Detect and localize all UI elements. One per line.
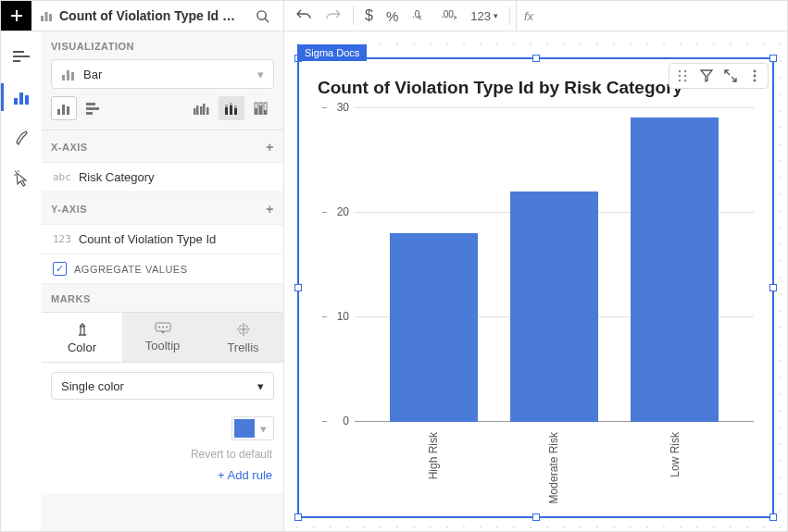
- bar-100pct-button[interactable]: [248, 96, 274, 120]
- y-tick-label: 20: [327, 205, 349, 218]
- svg-point-39: [679, 70, 681, 72]
- chart-element[interactable]: Count of Violation Type Id by Risk Categ…: [297, 57, 774, 518]
- aggregate-checkbox[interactable]: ✓: [53, 262, 67, 276]
- visualization-header: VISUALIZATION: [42, 31, 283, 59]
- svg-point-37: [162, 327, 164, 328]
- svg-point-40: [684, 70, 686, 72]
- bar[interactable]: [631, 118, 719, 422]
- type-number-icon: 123: [53, 233, 71, 245]
- svg-rect-17: [86, 112, 93, 115]
- svg-rect-23: [225, 107, 228, 115]
- bar[interactable]: [390, 233, 478, 422]
- increase-decimal-button[interactable]: .00: [435, 4, 463, 28]
- color-swatch-picker[interactable]: ▾: [231, 416, 274, 440]
- svg-rect-24: [225, 105, 228, 107]
- currency-format-button[interactable]: $: [359, 4, 379, 28]
- y-axis-field-label: Count of Violation Type Id: [79, 232, 216, 246]
- chart-icon: [39, 8, 54, 23]
- svg-rect-10: [67, 70, 69, 80]
- bar-vertical-button[interactable]: [51, 96, 77, 120]
- x-category-label: Low Risk: [669, 432, 682, 477]
- selection-handle[interactable]: [294, 513, 302, 521]
- svg-rect-2: [49, 14, 52, 21]
- expand-icon[interactable]: [719, 66, 742, 86]
- svg-rect-21: [203, 104, 206, 115]
- svg-rect-8: [25, 95, 29, 105]
- svg-rect-20: [200, 106, 203, 115]
- element-title: Count of Violation Type Id …: [59, 8, 243, 23]
- undo-button[interactable]: [290, 4, 318, 28]
- svg-rect-22: [206, 107, 209, 115]
- svg-rect-30: [255, 108, 257, 115]
- formula-input[interactable]: [539, 9, 774, 23]
- svg-rect-34: [264, 110, 267, 115]
- svg-point-43: [679, 80, 681, 81]
- formula-icon: fx: [524, 9, 533, 23]
- rail-cursor-icon[interactable]: [7, 165, 35, 192]
- svg-point-36: [158, 327, 160, 328]
- svg-rect-12: [57, 109, 60, 115]
- redo-button[interactable]: [319, 4, 347, 28]
- svg-point-38: [166, 327, 168, 328]
- tab-color[interactable]: Color: [42, 313, 122, 362]
- svg-rect-6: [14, 98, 18, 105]
- type-text-icon: abc: [53, 171, 71, 183]
- rail-paint-icon[interactable]: [7, 124, 35, 152]
- chart-type-label: Bar: [83, 68, 102, 81]
- number-format-dropdown[interactable]: 123▾: [465, 4, 504, 28]
- selection-handle[interactable]: [532, 55, 540, 62]
- bar[interactable]: [510, 192, 598, 422]
- y-tick-label: 10: [327, 310, 349, 323]
- svg-rect-25: [230, 105, 232, 115]
- selection-handle[interactable]: [769, 513, 777, 521]
- tab-trellis[interactable]: Trellis: [203, 313, 283, 362]
- bar-icon: [61, 68, 76, 80]
- bar-grouped-button[interactable]: [189, 96, 215, 120]
- svg-rect-7: [19, 93, 23, 105]
- y-tick-label: 30: [327, 101, 349, 114]
- svg-point-42: [684, 75, 686, 77]
- decrease-decimal-button[interactable]: .0: [406, 4, 433, 28]
- rail-lines-icon[interactable]: [7, 43, 35, 70]
- selection-handle[interactable]: [769, 55, 777, 62]
- add-rule-button[interactable]: + Add rule: [42, 464, 283, 493]
- x-axis-field-label: Risk Category: [79, 170, 155, 184]
- y-axis-pill[interactable]: 123 Count of Violation Type Id: [42, 224, 283, 254]
- bar-stacked-button[interactable]: [219, 96, 244, 120]
- svg-point-46: [754, 75, 757, 78]
- x-category-label: Moderate Risk: [547, 432, 560, 503]
- svg-point-3: [256, 10, 265, 19]
- drag-handle-icon[interactable]: [671, 66, 694, 86]
- tab-tooltip[interactable]: Tooltip: [122, 313, 203, 362]
- svg-rect-9: [62, 75, 65, 80]
- add-x-axis-button[interactable]: +: [266, 140, 274, 155]
- add-y-axis-button[interactable]: +: [266, 202, 274, 217]
- bar-horizontal-button[interactable]: [81, 96, 106, 120]
- element-tag[interactable]: Sigma Docs: [297, 44, 367, 61]
- svg-rect-0: [41, 16, 44, 21]
- chart-type-select[interactable]: Bar ▾: [51, 59, 274, 89]
- filter-icon[interactable]: [695, 66, 718, 86]
- svg-point-44: [684, 80, 686, 81]
- svg-rect-26: [230, 103, 232, 105]
- selection-handle[interactable]: [532, 513, 540, 521]
- x-axis-pill[interactable]: abc Risk Category: [42, 162, 283, 192]
- percent-format-button[interactable]: %: [381, 4, 404, 28]
- selection-handle[interactable]: [769, 284, 777, 291]
- svg-rect-13: [62, 105, 65, 115]
- color-mode-select[interactable]: Single color ▾: [51, 372, 274, 400]
- marks-header: MARKS: [42, 284, 283, 312]
- svg-rect-16: [86, 107, 99, 110]
- svg-rect-15: [86, 103, 95, 105]
- color-mode-label: Single color: [61, 379, 124, 393]
- svg-text:.00: .00: [441, 9, 454, 19]
- chevron-down-icon: ▾: [257, 68, 264, 81]
- svg-rect-1: [45, 12, 48, 21]
- selection-handle[interactable]: [294, 284, 302, 291]
- revert-link[interactable]: Revert to default: [42, 440, 283, 464]
- search-icon[interactable]: [248, 4, 276, 28]
- add-element-button[interactable]: [1, 1, 31, 31]
- svg-rect-27: [234, 108, 237, 115]
- rail-chart-icon[interactable]: [7, 83, 35, 111]
- more-icon[interactable]: [744, 66, 766, 86]
